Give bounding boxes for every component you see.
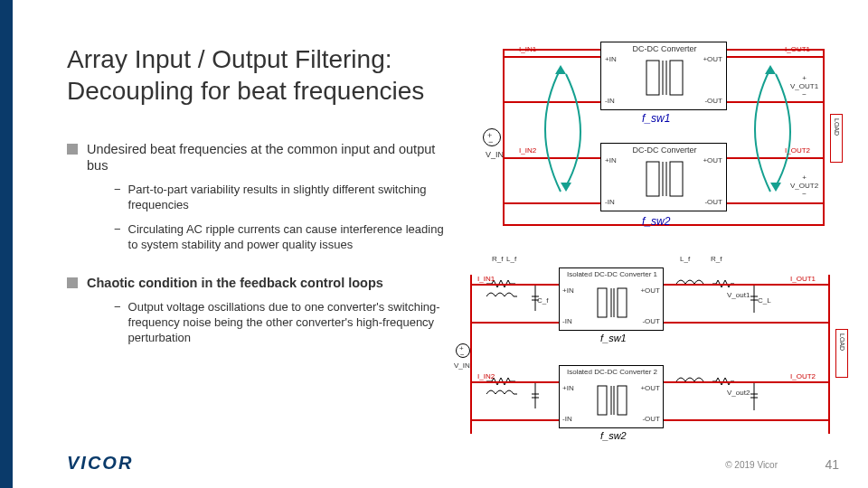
vin-label: V_IN (454, 361, 470, 370)
bullet-1-text: Undesired beat frequencies at the common… (87, 141, 447, 174)
pin-out-p: +OUT (703, 55, 722, 63)
svg-rect-0 (646, 61, 659, 95)
pin-out-p: +OUT (640, 384, 660, 392)
pin-out-p: +OUT (703, 156, 722, 164)
bullet-2-sub-1: − Output voltage oscillations due to one… (114, 300, 447, 346)
converter-2: DC-DC Converter +IN -IN +OUT -OUT (600, 143, 727, 211)
pin-out-n: -OUT (704, 198, 722, 206)
conv2-title: DC-DC Converter (601, 145, 728, 155)
svg-rect-13 (618, 288, 627, 317)
dash: − (114, 300, 121, 346)
fsw1-label: f_sw1 (600, 333, 627, 343)
svg-marker-11 (770, 183, 781, 192)
pin-in-p: +IN (605, 55, 617, 63)
pin-in-p: +IN (605, 156, 617, 164)
bullet-1-sub-1: − Part-to-part variability results in sl… (114, 183, 447, 213)
vout2-label: V_out2 (727, 389, 750, 397)
pin-in-p: +IN (562, 384, 574, 392)
bullet-2-text: Chaotic condition in the feedback contro… (87, 275, 383, 291)
bullet-marker (67, 277, 78, 288)
input-filter-2 (483, 354, 559, 434)
load-box: LOAD (835, 329, 848, 378)
svg-rect-1 (670, 61, 683, 95)
bullet-2-sub-1-text: Output voltage oscillations due to one c… (128, 300, 447, 346)
svg-rect-12 (598, 288, 607, 317)
svg-rect-17 (618, 386, 627, 415)
pin-in-n: -IN (562, 317, 572, 325)
iin1-label: I_IN1 (477, 275, 495, 283)
diagram-top: + − V_IN LOAD DC-DC Converter +IN -IN +O… (483, 38, 844, 242)
pin-out-n: -OUT (642, 415, 660, 423)
pin-in-n: -IN (605, 198, 615, 206)
vicor-logo: VICOR (67, 453, 133, 474)
vout2-label: +V_OUT2− (790, 174, 818, 198)
load-label: LOAD (833, 118, 841, 136)
rf-out1-label: R_f (711, 255, 722, 263)
cl1-label: C_L (758, 296, 771, 305)
voltage-source-icon: + − (483, 128, 501, 146)
load-label: LOAD (838, 333, 846, 351)
page-number: 41 (825, 457, 839, 472)
svg-rect-16 (598, 386, 607, 415)
iout1-label: I_OUT1 (785, 45, 810, 53)
bullet-marker (67, 144, 78, 155)
transformer-icon (592, 382, 632, 420)
slide-title: Array Input / Output Filtering: Decoupli… (67, 43, 424, 107)
pin-in-n: -IN (562, 415, 572, 423)
conv1-title: Isolated DC-DC Converter 1 (565, 270, 659, 278)
converter-2: Isolated DC-DC Converter 2 +IN -IN +OUT … (559, 365, 664, 428)
load-box: LOAD (830, 114, 843, 163)
fsw2-label: f_sw2 (600, 430, 627, 441)
bullet-1-sub-2-text: Circulating AC ripple currents can cause… (128, 222, 447, 253)
fsw2-label: f_sw2 (642, 215, 670, 228)
lf-out1-label: L_f (680, 255, 690, 263)
svg-marker-10 (765, 65, 776, 74)
svg-marker-9 (561, 183, 571, 192)
lf1-label: L_f (506, 255, 516, 263)
bullet-2: Chaotic condition in the feedback contro… (67, 275, 447, 291)
conv1-title: DC-DC Converter (601, 44, 728, 53)
iout1-label: I_OUT1 (790, 275, 816, 283)
pin-out-n: -OUT (642, 317, 660, 325)
converter-1: DC-DC Converter +IN -IN +OUT -OUT (600, 42, 727, 110)
fsw1-label: f_sw1 (642, 112, 670, 125)
dash: − (114, 183, 121, 213)
voltage-source-icon: + − (456, 343, 470, 358)
svg-rect-5 (670, 162, 683, 196)
pin-in-p: +IN (562, 286, 574, 295)
transformer-icon (637, 57, 692, 99)
iout2-label: I_OUT2 (790, 372, 816, 380)
title-line-2: Decoupling for beat frequencies (67, 77, 424, 105)
copyright: © 2019 Vicor (725, 460, 778, 470)
cf1-label: C_f (537, 296, 548, 305)
vout1-label: V_out1 (727, 291, 750, 299)
pin-out-p: +OUT (640, 286, 660, 295)
transformer-icon (592, 285, 632, 323)
body-content: Undesired beat frequencies at the common… (67, 136, 447, 346)
vout1-label: +V_OUT1− (790, 74, 818, 99)
pin-in-n: -IN (605, 97, 615, 105)
bullet-1-sub-2: − Circulating AC ripple currents can cau… (114, 222, 447, 253)
svg-rect-4 (646, 162, 659, 196)
rf1-label: R_f (492, 255, 503, 263)
iout2-label: I_OUT2 (785, 146, 810, 155)
conv2-title: Isolated DC-DC Converter 2 (565, 368, 659, 376)
diagram-bottom: + − V_IN LOAD Isolated DC-DC Converter 1… (456, 257, 844, 450)
svg-marker-8 (555, 65, 566, 74)
dash: − (114, 222, 121, 253)
iin2-label: I_IN2 (519, 146, 536, 155)
circulating-arrow-left (524, 65, 597, 201)
iin1-label: I_IN1 (519, 45, 536, 53)
bullet-1-sub-1-text: Part-to-part variability results in slig… (128, 183, 447, 213)
iin2-label: I_IN2 (477, 372, 495, 380)
pin-out-n: -OUT (704, 97, 722, 105)
converter-1: Isolated DC-DC Converter 1 +IN -IN +OUT … (559, 267, 664, 331)
title-line-1: Array Input / Output Filtering: (67, 45, 392, 73)
transformer-icon (637, 158, 692, 200)
accent-bar (0, 0, 13, 488)
bullet-1: Undesired beat frequencies at the common… (67, 141, 447, 174)
